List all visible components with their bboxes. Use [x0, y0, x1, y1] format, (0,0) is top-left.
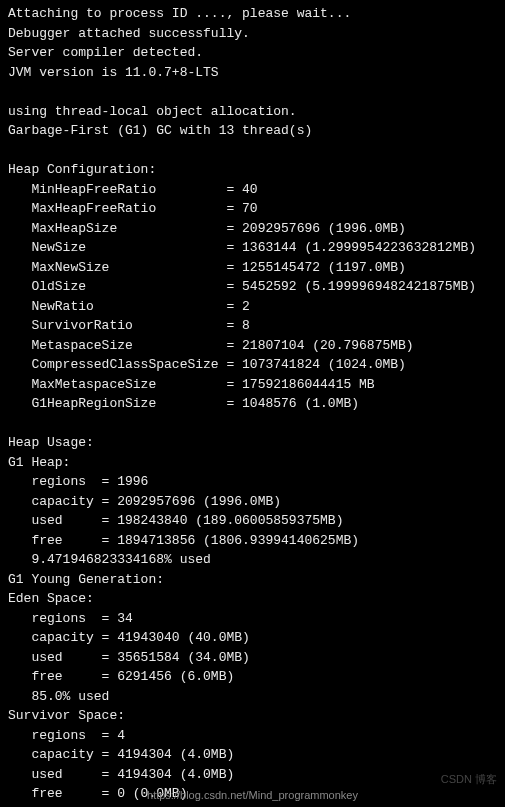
- heap-config-row: MaxNewSize = 1255145472 (1197.0MB): [8, 258, 497, 278]
- header-line: Attaching to process ID ...., please wai…: [8, 4, 497, 24]
- g1-heap-title: G1 Heap:: [8, 453, 497, 473]
- usage-row: regions = 34: [8, 609, 497, 629]
- usage-pct: 9.471946823334168% used: [8, 550, 497, 570]
- header-line: using thread-local object allocation.: [8, 102, 497, 122]
- heap-config-row: OldSize = 5452592 (5.1999969482421875MB): [8, 277, 497, 297]
- usage-row: used = 35651584 (34.0MB): [8, 648, 497, 668]
- eden-title: Eden Space:: [8, 589, 497, 609]
- header-line: JVM version is 11.0.7+8-LTS: [8, 63, 497, 83]
- heap-config-row: MetaspaceSize = 21807104 (20.796875MB): [8, 336, 497, 356]
- usage-row: capacity = 41943040 (40.0MB): [8, 628, 497, 648]
- usage-pct: 85.0% used: [8, 687, 497, 707]
- terminal-output: Attaching to process ID ...., please wai…: [8, 4, 497, 807]
- usage-row: regions = 1996: [8, 472, 497, 492]
- usage-row: free = 6291456 (6.0MB): [8, 667, 497, 687]
- header-line: Server compiler detected.: [8, 43, 497, 63]
- header-line: Garbage-First (G1) GC with 13 thread(s): [8, 121, 497, 141]
- usage-row: used = 4194304 (4.0MB): [8, 765, 497, 785]
- usage-row: capacity = 4194304 (4.0MB): [8, 745, 497, 765]
- heap-config-row: SurvivorRatio = 8: [8, 316, 497, 336]
- heap-config-row: MinHeapFreeRatio = 40: [8, 180, 497, 200]
- usage-row: regions = 4: [8, 726, 497, 746]
- usage-row: used = 198243840 (189.06005859375MB): [8, 511, 497, 531]
- heap-config-row: MaxHeapSize = 2092957696 (1996.0MB): [8, 219, 497, 239]
- usage-row: free = 0 (0.0MB): [8, 784, 497, 804]
- header-line: Debugger attached successfully.: [8, 24, 497, 44]
- heap-config-row: NewSize = 1363144 (1.2999954223632812MB): [8, 238, 497, 258]
- usage-row: capacity = 2092957696 (1996.0MB): [8, 492, 497, 512]
- survivor-block: regions = 4 capacity = 4194304 (4.0MB) u…: [8, 726, 497, 808]
- heap-config-row: MaxMetaspaceSize = 17592186044415 MB: [8, 375, 497, 395]
- g1-heap-block: regions = 1996 capacity = 2092957696 (19…: [8, 472, 497, 570]
- heap-config-row: MaxHeapFreeRatio = 70: [8, 199, 497, 219]
- heap-config-row: G1HeapRegionSize = 1048576 (1.0MB): [8, 394, 497, 414]
- usage-row: free = 1894713856 (1806.93994140625MB): [8, 531, 497, 551]
- heap-usage-title: Heap Usage:: [8, 433, 497, 453]
- heap-config-row: NewRatio = 2: [8, 297, 497, 317]
- g1-young-title: G1 Young Generation:: [8, 570, 497, 590]
- survivor-title: Survivor Space:: [8, 706, 497, 726]
- heap-config-rows: MinHeapFreeRatio = 40 MaxHeapFreeRatio =…: [8, 180, 497, 414]
- heap-config-row: CompressedClassSpaceSize = 1073741824 (1…: [8, 355, 497, 375]
- eden-block: regions = 34 capacity = 41943040 (40.0MB…: [8, 609, 497, 707]
- heap-config-title: Heap Configuration:: [8, 160, 497, 180]
- usage-pct: 100.0% used: [8, 804, 497, 808]
